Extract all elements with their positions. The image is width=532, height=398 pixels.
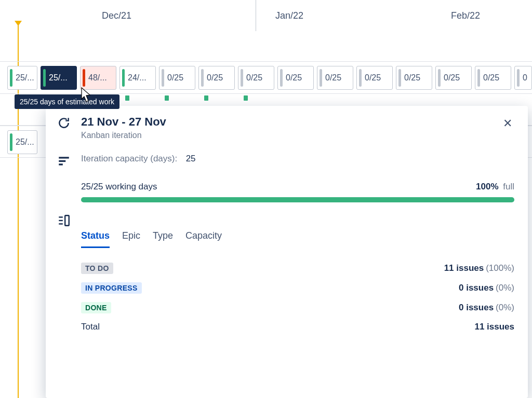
progress-percent: 100%	[476, 182, 498, 191]
status-count: 11 issues	[444, 263, 484, 273]
capacity-cell-label: 0/25	[365, 73, 381, 83]
capacity-cell[interactable]: 0/25	[238, 66, 274, 90]
capacity-cell-label: 0/25	[444, 73, 460, 83]
capacity-cell-label: 0/25	[483, 73, 499, 83]
month-label: Jan/22	[275, 10, 303, 21]
capacity-cell-label: 0/25	[325, 73, 341, 83]
mini-marker	[204, 95, 208, 101]
progress-bar	[81, 197, 514, 202]
list-icon	[57, 214, 71, 227]
capacity-cell[interactable]: 0/25	[396, 66, 432, 90]
status-pct: (0%)	[496, 303, 514, 312]
status-row: DONE0 issues(0%)	[81, 298, 514, 318]
capacity-bar	[10, 69, 12, 87]
month-label: Dec/21	[102, 10, 131, 21]
status-count: 0 issues	[459, 303, 494, 312]
iteration-detail-panel: ✕ 21 Nov - 27 Nov Kanban iteration Itera…	[46, 106, 528, 398]
capacity-bar	[162, 69, 164, 87]
progress-text: 25/25 working days	[81, 182, 157, 192]
mini-marker	[125, 95, 129, 101]
status-list: TO DO11 issues(100%)IN PROGRESS0 issues(…	[81, 258, 514, 318]
capacity-bar	[517, 69, 520, 87]
capacity-cell[interactable]: 0/25	[475, 66, 511, 90]
capacity-bar	[438, 69, 441, 87]
capacity-bar	[398, 69, 401, 87]
iteration-date-range: 21 Nov - 27 Nov	[81, 115, 514, 129]
capacity-cell[interactable]: 0/25	[277, 66, 314, 90]
timeline-month-header: Dec/21 Jan/22 Feb/22	[0, 0, 532, 31]
iteration-subtitle: Kanban iteration	[81, 131, 514, 140]
capacity-cell[interactable]: 0/25	[159, 66, 195, 90]
capacity-bar	[10, 133, 12, 151]
capacity-cell[interactable]: 48/...	[80, 66, 116, 90]
capacity-cell[interactable]: 0/25	[435, 66, 472, 90]
month-label: Feb/22	[451, 10, 480, 21]
capacity-bar	[201, 69, 204, 87]
tab-status[interactable]: Status	[81, 230, 110, 248]
status-total-label: Total	[81, 322, 100, 332]
status-tabs: Status Epic Type Capacity	[81, 230, 514, 248]
capacity-bar	[241, 69, 243, 87]
capacity-icon	[57, 155, 71, 168]
status-badge: DONE	[81, 302, 111, 313]
status-badge: TO DO	[81, 263, 113, 274]
status-pct: (100%)	[486, 263, 514, 273]
status-pct: (0%)	[496, 283, 514, 293]
capacity-cell[interactable]: 0/25	[198, 66, 235, 90]
capacity-cell-label: 25/...	[49, 73, 68, 83]
capacity-cell[interactable]: 0	[514, 66, 532, 90]
capacity-bar	[83, 69, 85, 87]
status-row: IN PROGRESS0 issues(0%)	[81, 278, 514, 298]
capacity-bar	[320, 69, 322, 87]
capacity-cell-label: 25/...	[16, 138, 34, 147]
capacity-bar	[122, 69, 125, 87]
iteration-icon	[57, 116, 71, 130]
capacity-cell[interactable]: 25/...	[7, 66, 37, 90]
close-button[interactable]: ✕	[500, 117, 515, 130]
capacity-cell-label: 0/25	[167, 73, 183, 83]
capacity-bar	[43, 69, 46, 87]
month-divider	[256, 0, 256, 31]
capacity-value: 25	[186, 154, 196, 163]
capacity-tooltip: 25/25 days of estimated work	[15, 94, 119, 109]
capacity-cell-label: 48/...	[88, 73, 107, 83]
mini-marker	[244, 95, 248, 101]
capacity-row-1: 25/...25/...48/...24/...0/250/250/250/25…	[0, 61, 532, 93]
tab-capacity[interactable]: Capacity	[185, 230, 222, 248]
svg-rect-1	[59, 160, 65, 162]
status-row: TO DO11 issues(100%)	[81, 258, 514, 278]
capacity-cell[interactable]: 24/...	[119, 66, 156, 90]
capacity-cell-label: 0/25	[404, 73, 420, 83]
capacity-cell[interactable]: 0/25	[356, 66, 393, 90]
capacity-bar	[477, 69, 480, 87]
capacity-cell-label: 0	[523, 73, 527, 83]
status-total-value: 11 issues	[474, 322, 514, 332]
capacity-cell[interactable]: 25/...	[7, 130, 37, 154]
capacity-cell-label: 0/25	[207, 73, 223, 83]
capacity-cell[interactable]: 25/...	[41, 66, 77, 90]
capacity-cell-label: 24/...	[128, 73, 147, 83]
svg-rect-6	[65, 215, 69, 226]
capacity-cell-label: 0/25	[286, 73, 302, 83]
capacity-bar	[280, 69, 283, 87]
capacity-cell-label: 0/25	[246, 73, 262, 83]
status-badge: IN PROGRESS	[81, 282, 142, 294]
capacity-label: Iteration capacity (days):	[81, 154, 177, 163]
close-icon: ✕	[503, 117, 512, 130]
svg-rect-2	[59, 163, 63, 165]
tab-epic[interactable]: Epic	[122, 230, 140, 248]
mini-marker	[165, 95, 169, 101]
capacity-cell-label: 25/...	[16, 73, 34, 83]
svg-rect-0	[59, 157, 69, 158]
capacity-cell[interactable]: 0/25	[317, 66, 353, 90]
progress-full-label: full	[503, 182, 514, 191]
status-count: 0 issues	[459, 283, 494, 293]
tab-type[interactable]: Type	[153, 230, 173, 248]
capacity-bar	[359, 69, 362, 87]
